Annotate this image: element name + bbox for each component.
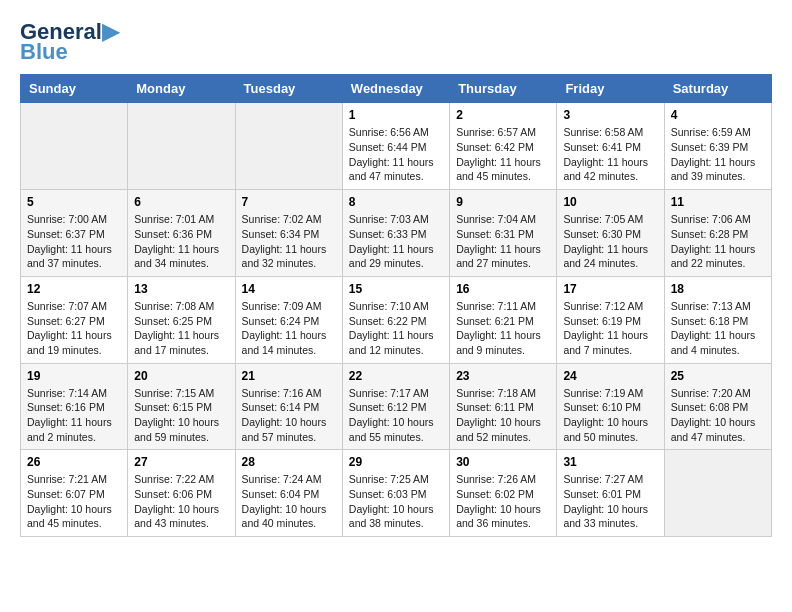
calendar-cell: 23Sunrise: 7:18 AM Sunset: 6:11 PM Dayli… — [450, 363, 557, 450]
cell-content: Sunrise: 7:06 AM Sunset: 6:28 PM Dayligh… — [671, 212, 765, 271]
calendar-cell: 11Sunrise: 7:06 AM Sunset: 6:28 PM Dayli… — [664, 190, 771, 277]
day-number: 16 — [456, 282, 550, 296]
cell-content: Sunrise: 7:03 AM Sunset: 6:33 PM Dayligh… — [349, 212, 443, 271]
day-number: 3 — [563, 108, 657, 122]
calendar-cell — [664, 450, 771, 537]
calendar-cell: 14Sunrise: 7:09 AM Sunset: 6:24 PM Dayli… — [235, 276, 342, 363]
day-number: 12 — [27, 282, 121, 296]
calendar-cell: 29Sunrise: 7:25 AM Sunset: 6:03 PM Dayli… — [342, 450, 449, 537]
weekday-header-saturday: Saturday — [664, 75, 771, 103]
calendar-cell: 4Sunrise: 6:59 AM Sunset: 6:39 PM Daylig… — [664, 103, 771, 190]
weekday-header-monday: Monday — [128, 75, 235, 103]
cell-content: Sunrise: 7:11 AM Sunset: 6:21 PM Dayligh… — [456, 299, 550, 358]
calendar-cell: 10Sunrise: 7:05 AM Sunset: 6:30 PM Dayli… — [557, 190, 664, 277]
day-number: 29 — [349, 455, 443, 469]
calendar-cell: 27Sunrise: 7:22 AM Sunset: 6:06 PM Dayli… — [128, 450, 235, 537]
page-header: General▶ Blue — [20, 20, 772, 64]
cell-content: Sunrise: 6:58 AM Sunset: 6:41 PM Dayligh… — [563, 125, 657, 184]
cell-content: Sunrise: 7:25 AM Sunset: 6:03 PM Dayligh… — [349, 472, 443, 531]
calendar-cell — [235, 103, 342, 190]
logo: General▶ Blue — [20, 20, 119, 64]
day-number: 19 — [27, 369, 121, 383]
weekday-header-sunday: Sunday — [21, 75, 128, 103]
cell-content: Sunrise: 7:17 AM Sunset: 6:12 PM Dayligh… — [349, 386, 443, 445]
cell-content: Sunrise: 7:14 AM Sunset: 6:16 PM Dayligh… — [27, 386, 121, 445]
calendar-cell: 9Sunrise: 7:04 AM Sunset: 6:31 PM Daylig… — [450, 190, 557, 277]
week-row-5: 26Sunrise: 7:21 AM Sunset: 6:07 PM Dayli… — [21, 450, 772, 537]
calendar-cell: 17Sunrise: 7:12 AM Sunset: 6:19 PM Dayli… — [557, 276, 664, 363]
cell-content: Sunrise: 6:59 AM Sunset: 6:39 PM Dayligh… — [671, 125, 765, 184]
day-number: 9 — [456, 195, 550, 209]
week-row-1: 1Sunrise: 6:56 AM Sunset: 6:44 PM Daylig… — [21, 103, 772, 190]
calendar-cell: 1Sunrise: 6:56 AM Sunset: 6:44 PM Daylig… — [342, 103, 449, 190]
cell-content: Sunrise: 7:20 AM Sunset: 6:08 PM Dayligh… — [671, 386, 765, 445]
day-number: 5 — [27, 195, 121, 209]
cell-content: Sunrise: 7:12 AM Sunset: 6:19 PM Dayligh… — [563, 299, 657, 358]
weekday-header-wednesday: Wednesday — [342, 75, 449, 103]
cell-content: Sunrise: 7:27 AM Sunset: 6:01 PM Dayligh… — [563, 472, 657, 531]
cell-content: Sunrise: 7:09 AM Sunset: 6:24 PM Dayligh… — [242, 299, 336, 358]
cell-content: Sunrise: 7:21 AM Sunset: 6:07 PM Dayligh… — [27, 472, 121, 531]
day-number: 13 — [134, 282, 228, 296]
calendar-cell: 22Sunrise: 7:17 AM Sunset: 6:12 PM Dayli… — [342, 363, 449, 450]
cell-content: Sunrise: 7:16 AM Sunset: 6:14 PM Dayligh… — [242, 386, 336, 445]
calendar-cell: 15Sunrise: 7:10 AM Sunset: 6:22 PM Dayli… — [342, 276, 449, 363]
day-number: 24 — [563, 369, 657, 383]
cell-content: Sunrise: 7:26 AM Sunset: 6:02 PM Dayligh… — [456, 472, 550, 531]
weekday-header-friday: Friday — [557, 75, 664, 103]
weekday-header-thursday: Thursday — [450, 75, 557, 103]
calendar-cell: 7Sunrise: 7:02 AM Sunset: 6:34 PM Daylig… — [235, 190, 342, 277]
day-number: 2 — [456, 108, 550, 122]
cell-content: Sunrise: 6:57 AM Sunset: 6:42 PM Dayligh… — [456, 125, 550, 184]
cell-content: Sunrise: 7:08 AM Sunset: 6:25 PM Dayligh… — [134, 299, 228, 358]
cell-content: Sunrise: 6:56 AM Sunset: 6:44 PM Dayligh… — [349, 125, 443, 184]
calendar-cell: 13Sunrise: 7:08 AM Sunset: 6:25 PM Dayli… — [128, 276, 235, 363]
week-row-2: 5Sunrise: 7:00 AM Sunset: 6:37 PM Daylig… — [21, 190, 772, 277]
cell-content: Sunrise: 7:02 AM Sunset: 6:34 PM Dayligh… — [242, 212, 336, 271]
day-number: 23 — [456, 369, 550, 383]
cell-content: Sunrise: 7:18 AM Sunset: 6:11 PM Dayligh… — [456, 386, 550, 445]
cell-content: Sunrise: 7:00 AM Sunset: 6:37 PM Dayligh… — [27, 212, 121, 271]
weekday-header-tuesday: Tuesday — [235, 75, 342, 103]
calendar-cell: 30Sunrise: 7:26 AM Sunset: 6:02 PM Dayli… — [450, 450, 557, 537]
week-row-4: 19Sunrise: 7:14 AM Sunset: 6:16 PM Dayli… — [21, 363, 772, 450]
calendar-cell: 6Sunrise: 7:01 AM Sunset: 6:36 PM Daylig… — [128, 190, 235, 277]
week-row-3: 12Sunrise: 7:07 AM Sunset: 6:27 PM Dayli… — [21, 276, 772, 363]
calendar-cell: 3Sunrise: 6:58 AM Sunset: 6:41 PM Daylig… — [557, 103, 664, 190]
calendar-cell — [21, 103, 128, 190]
calendar-cell: 12Sunrise: 7:07 AM Sunset: 6:27 PM Dayli… — [21, 276, 128, 363]
calendar-body: 1Sunrise: 6:56 AM Sunset: 6:44 PM Daylig… — [21, 103, 772, 537]
day-number: 20 — [134, 369, 228, 383]
cell-content: Sunrise: 7:04 AM Sunset: 6:31 PM Dayligh… — [456, 212, 550, 271]
cell-content: Sunrise: 7:22 AM Sunset: 6:06 PM Dayligh… — [134, 472, 228, 531]
cell-content: Sunrise: 7:10 AM Sunset: 6:22 PM Dayligh… — [349, 299, 443, 358]
calendar-cell: 31Sunrise: 7:27 AM Sunset: 6:01 PM Dayli… — [557, 450, 664, 537]
cell-content: Sunrise: 7:24 AM Sunset: 6:04 PM Dayligh… — [242, 472, 336, 531]
day-number: 7 — [242, 195, 336, 209]
cell-content: Sunrise: 7:05 AM Sunset: 6:30 PM Dayligh… — [563, 212, 657, 271]
calendar-cell: 25Sunrise: 7:20 AM Sunset: 6:08 PM Dayli… — [664, 363, 771, 450]
day-number: 1 — [349, 108, 443, 122]
calendar-cell — [128, 103, 235, 190]
calendar-cell: 19Sunrise: 7:14 AM Sunset: 6:16 PM Dayli… — [21, 363, 128, 450]
logo-blue: Blue — [20, 40, 68, 64]
calendar-cell: 21Sunrise: 7:16 AM Sunset: 6:14 PM Dayli… — [235, 363, 342, 450]
day-number: 8 — [349, 195, 443, 209]
day-number: 4 — [671, 108, 765, 122]
calendar-cell: 20Sunrise: 7:15 AM Sunset: 6:15 PM Dayli… — [128, 363, 235, 450]
cell-content: Sunrise: 7:13 AM Sunset: 6:18 PM Dayligh… — [671, 299, 765, 358]
calendar-cell: 24Sunrise: 7:19 AM Sunset: 6:10 PM Dayli… — [557, 363, 664, 450]
day-number: 31 — [563, 455, 657, 469]
day-number: 11 — [671, 195, 765, 209]
calendar-cell: 2Sunrise: 6:57 AM Sunset: 6:42 PM Daylig… — [450, 103, 557, 190]
calendar-cell: 28Sunrise: 7:24 AM Sunset: 6:04 PM Dayli… — [235, 450, 342, 537]
day-number: 22 — [349, 369, 443, 383]
day-number: 26 — [27, 455, 121, 469]
cell-content: Sunrise: 7:15 AM Sunset: 6:15 PM Dayligh… — [134, 386, 228, 445]
day-number: 6 — [134, 195, 228, 209]
calendar-table: SundayMondayTuesdayWednesdayThursdayFrid… — [20, 74, 772, 537]
day-number: 18 — [671, 282, 765, 296]
calendar-cell: 26Sunrise: 7:21 AM Sunset: 6:07 PM Dayli… — [21, 450, 128, 537]
calendar-cell: 18Sunrise: 7:13 AM Sunset: 6:18 PM Dayli… — [664, 276, 771, 363]
calendar-cell: 5Sunrise: 7:00 AM Sunset: 6:37 PM Daylig… — [21, 190, 128, 277]
